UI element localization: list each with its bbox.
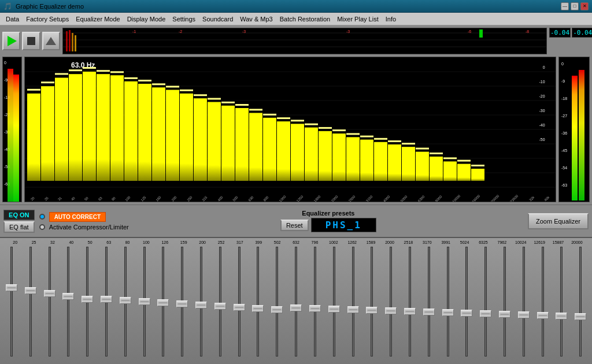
fader-502[interactable]	[268, 247, 286, 356]
fader-handle-200[interactable]	[195, 302, 207, 309]
fader-handle-12619[interactable]	[537, 312, 549, 319]
menu-soundcard[interactable]: Soundcard	[199, 14, 236, 24]
eject-button[interactable]	[42, 32, 60, 50]
fader-handle-252[interactable]	[214, 303, 226, 310]
fader-handle-502[interactable]	[271, 306, 283, 313]
fader-handle-7962[interactable]	[499, 311, 510, 318]
fader-3991[interactable]	[439, 247, 457, 356]
fader-handle-3170[interactable]	[423, 309, 435, 315]
fader-handle-32[interactable]	[44, 290, 56, 297]
menu-batch-restoration[interactable]: Batch Restoration	[276, 14, 334, 24]
fader-handle-80[interactable]	[120, 297, 131, 304]
fader-handle-126[interactable]	[157, 299, 169, 306]
fader-50[interactable]	[78, 247, 97, 356]
svg-rect-83	[305, 128, 318, 181]
play-button[interactable]	[2, 32, 20, 50]
fader-handle-399[interactable]	[252, 305, 264, 312]
stop-button[interactable]	[22, 32, 40, 50]
svg-rect-45	[41, 86, 54, 181]
fader-handle-2518[interactable]	[404, 308, 416, 315]
fader-handle-3991[interactable]	[442, 309, 454, 316]
fader-handle-632[interactable]	[290, 304, 302, 311]
svg-rect-107	[471, 169, 484, 181]
fader-handle-40[interactable]	[62, 293, 74, 300]
fader-7962[interactable]	[495, 247, 514, 356]
svg-text:-36: -36	[561, 131, 567, 135]
menu-factory-setups[interactable]: Factory Setups	[23, 14, 72, 24]
fader-handle-6325[interactable]	[480, 310, 491, 317]
svg-rect-53	[97, 74, 110, 181]
fader-80[interactable]	[116, 247, 135, 356]
fader-159[interactable]	[173, 247, 191, 356]
fader-20[interactable]	[2, 247, 21, 356]
fader-100[interactable]	[135, 247, 154, 356]
fader-handle-1262[interactable]	[347, 306, 359, 313]
fader-126[interactable]	[154, 247, 173, 356]
freq-axis: 20 25 31 40 50 63 80 100 125 160 200 250…	[25, 197, 556, 200]
fader-317[interactable]	[230, 247, 249, 356]
fader-2000[interactable]	[382, 247, 400, 356]
fader-handle-5024[interactable]	[461, 310, 472, 317]
fader-handle-317[interactable]	[234, 304, 245, 311]
compressor-radio[interactable]	[39, 224, 45, 230]
fader-handle-159[interactable]	[176, 300, 188, 307]
menu-mixer-play-list[interactable]: Mixer Play List	[334, 14, 382, 24]
fader-handle-63[interactable]	[101, 296, 112, 303]
menu-equalizer-mode[interactable]: Equalizer Mode	[72, 14, 123, 24]
left-vu-meter: 0 -9 -18 -27 -36 -45 -54 -63	[2, 57, 22, 202]
fader-15887[interactable]	[553, 247, 571, 356]
svg-rect-54	[97, 70, 110, 72]
auto-correct-radio[interactable]	[39, 214, 45, 220]
fader-handle-25[interactable]	[25, 287, 36, 294]
fader-handle-100[interactable]	[139, 298, 150, 305]
menu-display-mode[interactable]: Display Mode	[124, 14, 169, 24]
fader-handle-50[interactable]	[82, 296, 93, 303]
fader-1002[interactable]	[325, 247, 343, 356]
fader-10024[interactable]	[515, 247, 533, 356]
fader-200[interactable]	[192, 247, 210, 356]
fader-25[interactable]	[21, 247, 40, 356]
menu-wav-mp3[interactable]: Wav & Mp3	[236, 14, 276, 24]
fader-32[interactable]	[40, 247, 59, 356]
menu-settings[interactable]: Settings	[169, 14, 199, 24]
right-reading: -0.04	[572, 28, 592, 38]
fader-1262[interactable]	[344, 247, 362, 356]
minimize-button[interactable]: —	[561, 2, 569, 10]
fader-252[interactable]	[211, 247, 230, 356]
zoom-equalizer-button[interactable]: Zoom Equalizer	[528, 213, 589, 229]
fader-handle-1002[interactable]	[328, 306, 340, 313]
fader-632[interactable]	[287, 247, 305, 356]
fader-796[interactable]	[306, 247, 324, 356]
fader-5024[interactable]	[458, 247, 476, 356]
fader-63[interactable]	[97, 247, 116, 356]
eq-on-button[interactable]: EQ ON	[3, 210, 35, 220]
svg-text:0: 0	[543, 65, 545, 69]
svg-rect-24	[13, 75, 19, 202]
fader-handle-10024[interactable]	[518, 311, 530, 318]
fader-handle-1589[interactable]	[366, 307, 378, 314]
eq-flat-button[interactable]: EQ flat	[3, 221, 35, 233]
fader-40[interactable]	[59, 247, 77, 356]
maximize-button[interactable]: □	[571, 2, 579, 10]
fader-20000[interactable]	[571, 247, 590, 356]
reset-button[interactable]: Reset	[280, 220, 309, 231]
fader-3170[interactable]	[420, 247, 438, 356]
fader-1589[interactable]	[362, 247, 381, 356]
fader-handle-2000[interactable]	[385, 307, 397, 314]
fader-6325[interactable]	[476, 247, 495, 356]
fader-12619[interactable]	[534, 247, 552, 356]
menu-data[interactable]: Data	[2, 14, 23, 24]
close-button[interactable]: ✕	[580, 2, 589, 10]
freq-label-25: 25	[24, 240, 43, 244]
freq-label-15887: 15887	[549, 240, 567, 244]
fader-handle-20000[interactable]	[575, 313, 586, 320]
fader-handle-15887[interactable]	[556, 313, 567, 320]
menu-info[interactable]: Info	[382, 14, 399, 24]
auto-correct-button[interactable]: AUTO CORRECT	[49, 212, 106, 222]
fader-handle-796[interactable]	[309, 305, 321, 312]
fader-handle-20[interactable]	[6, 284, 17, 291]
fader-399[interactable]	[249, 247, 268, 356]
svg-text:-9: -9	[4, 78, 8, 82]
fader-2518[interactable]	[401, 247, 419, 356]
waveform-svg: -1 -2 -3 -3 -6 -8	[63, 28, 546, 54]
